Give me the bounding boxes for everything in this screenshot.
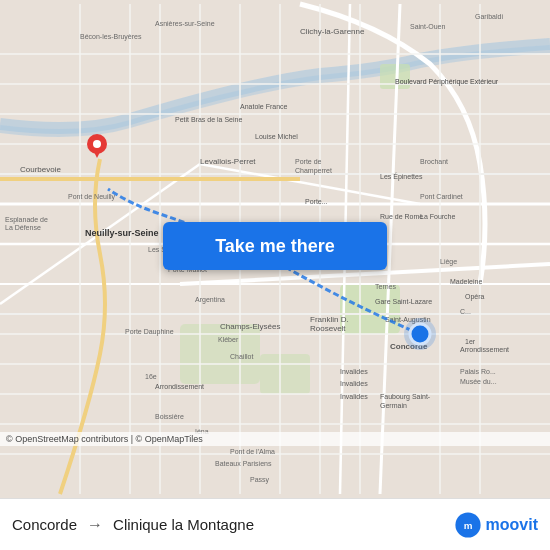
svg-text:C...: C... xyxy=(460,308,471,315)
svg-text:Arrondissement: Arrondissement xyxy=(155,383,204,390)
svg-text:Roosevelt: Roosevelt xyxy=(310,324,346,333)
svg-text:Saint-Ouen: Saint-Ouen xyxy=(410,23,446,30)
svg-text:Bateaux Parisiens: Bateaux Parisiens xyxy=(215,460,272,467)
svg-text:Pont de Neuilly: Pont de Neuilly xyxy=(68,193,116,201)
svg-text:Courbevoie: Courbevoie xyxy=(20,165,61,174)
svg-text:Passy: Passy xyxy=(250,476,270,484)
svg-rect-4 xyxy=(380,64,410,89)
svg-text:Porte...: Porte... xyxy=(305,198,328,205)
svg-text:Ternes: Ternes xyxy=(375,283,397,290)
svg-text:Esplanade de: Esplanade de xyxy=(5,216,48,224)
svg-text:La Défense: La Défense xyxy=(5,224,41,231)
svg-text:Bécon-les-Bruyères: Bécon-les-Bruyères xyxy=(80,33,142,41)
svg-text:Rue de Rome: Rue de Rome xyxy=(380,213,423,220)
svg-text:Invalides: Invalides xyxy=(340,368,368,375)
moovit-logo: m moovit xyxy=(454,511,538,539)
moovit-text: moovit xyxy=(486,516,538,534)
svg-text:Champerret: Champerret xyxy=(295,167,332,175)
svg-point-95 xyxy=(404,318,436,350)
map-container: Courbevoie Esplanade de La Défense Neuil… xyxy=(0,0,550,498)
svg-text:Invalides: Invalides xyxy=(340,393,368,400)
svg-text:Les Épinettes: Les Épinettes xyxy=(380,172,423,181)
svg-text:16e: 16e xyxy=(145,373,157,380)
svg-text:Liège: Liège xyxy=(440,258,457,266)
svg-text:Boissière: Boissière xyxy=(155,413,184,420)
svg-text:Boulevard Périphérique Extérie: Boulevard Périphérique Extérieur xyxy=(395,78,499,86)
svg-text:Porte de: Porte de xyxy=(295,158,322,165)
svg-text:Neuilly-sur-Seine: Neuilly-sur-Seine xyxy=(85,228,159,238)
svg-text:Brochant: Brochant xyxy=(420,158,448,165)
map-attribution: © OpenStreetMap contributors | © OpenMap… xyxy=(0,432,550,446)
svg-text:Pont Cardinet: Pont Cardinet xyxy=(420,193,463,200)
svg-text:Kléber: Kléber xyxy=(218,336,239,343)
svg-text:Asnières-sur-Seine: Asnières-sur-Seine xyxy=(155,20,215,27)
svg-text:Arrondissement: Arrondissement xyxy=(460,346,509,353)
svg-text:Garibaldi: Garibaldi xyxy=(475,13,503,20)
arrow-icon: → xyxy=(87,516,103,534)
take-me-there-button[interactable]: Take me there xyxy=(163,222,387,270)
svg-text:La Fourche: La Fourche xyxy=(420,213,456,220)
svg-text:Madeleine: Madeleine xyxy=(450,278,482,285)
svg-rect-1 xyxy=(340,284,400,334)
svg-text:Opéra: Opéra xyxy=(465,293,485,301)
to-location: Clinique la Montagne xyxy=(113,516,254,533)
svg-text:Champs-Elysées: Champs-Elysées xyxy=(220,322,280,331)
svg-text:Germain: Germain xyxy=(380,402,407,409)
svg-text:Argentina: Argentina xyxy=(195,296,225,304)
bottom-bar: Concorde → Clinique la Montagne m moovit xyxy=(0,498,550,550)
svg-text:Faubourg Saint-: Faubourg Saint- xyxy=(380,393,431,401)
svg-text:Franklin D.: Franklin D. xyxy=(310,315,349,324)
svg-text:Chaillot: Chaillot xyxy=(230,353,253,360)
app: Courbevoie Esplanade de La Défense Neuil… xyxy=(0,0,550,550)
svg-text:Porte Dauphine: Porte Dauphine xyxy=(125,328,174,336)
svg-text:1er: 1er xyxy=(465,338,476,345)
svg-text:Musée du...: Musée du... xyxy=(460,378,497,385)
svg-point-93 xyxy=(93,140,101,148)
svg-text:Palais Ro...: Palais Ro... xyxy=(460,368,496,375)
svg-text:Pont de l'Alma: Pont de l'Alma xyxy=(230,448,275,455)
moovit-icon: m xyxy=(454,511,482,539)
svg-text:Petit Bras de la Seine: Petit Bras de la Seine xyxy=(175,116,242,123)
svg-rect-3 xyxy=(260,354,310,394)
from-location: Concorde xyxy=(12,516,77,533)
svg-text:m: m xyxy=(463,520,472,531)
svg-text:Clichy-la-Garenne: Clichy-la-Garenne xyxy=(300,27,365,36)
svg-text:Anatole France: Anatole France xyxy=(240,103,288,110)
svg-text:Levallois-Perret: Levallois-Perret xyxy=(200,157,256,166)
svg-text:Louise Michel: Louise Michel xyxy=(255,133,298,140)
svg-text:Invalides: Invalides xyxy=(340,380,368,387)
svg-text:Gare Saint-Lazare: Gare Saint-Lazare xyxy=(375,298,432,305)
